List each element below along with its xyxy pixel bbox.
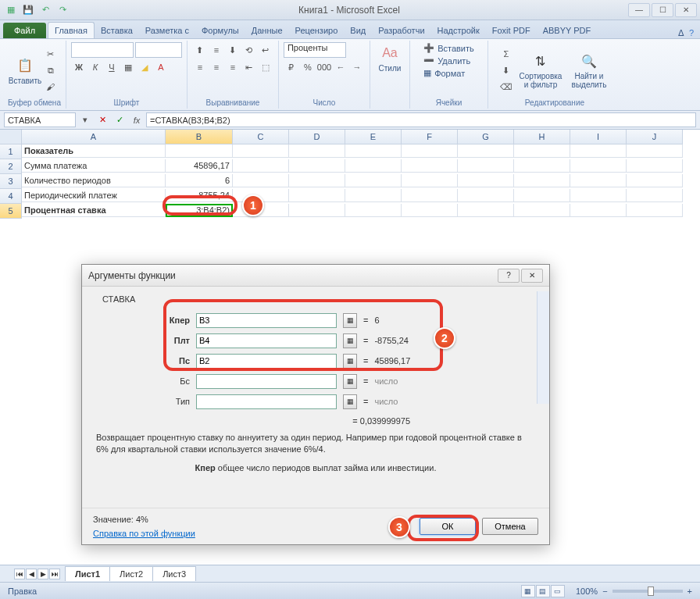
align-bot-icon[interactable]: ⬇ xyxy=(225,42,241,58)
cancel-formula-icon[interactable]: ✕ xyxy=(95,112,110,127)
styles-button[interactable]: Aa Стили xyxy=(375,42,405,74)
number-format-combo[interactable]: Проценты xyxy=(284,42,346,58)
arg-input-bs[interactable] xyxy=(196,374,337,389)
tab-home[interactable]: Главная xyxy=(48,22,95,38)
zoom-in-icon[interactable]: + xyxy=(688,587,692,596)
underline-icon[interactable]: Ч xyxy=(104,59,120,75)
tab-layout[interactable]: Разметка с xyxy=(139,23,195,38)
align-left-icon[interactable]: ≡ xyxy=(192,59,208,75)
cell-a5[interactable]: Процентная ставка xyxy=(22,204,166,217)
row-head-5[interactable]: 5 xyxy=(0,204,22,219)
col-head-j[interactable]: J xyxy=(627,130,683,144)
help-link[interactable]: Справка по этой функции xyxy=(93,529,195,538)
currency-icon[interactable]: ₽ xyxy=(284,59,299,75)
sheet-first-icon[interactable]: ⏮ xyxy=(14,569,25,579)
sort-button[interactable]: ⇅ Сортировка и фильтр xyxy=(517,50,564,91)
minimize-ribbon-icon[interactable]: ᐃ xyxy=(678,28,684,38)
comma-icon[interactable]: 000 xyxy=(316,59,332,75)
brush-icon[interactable]: 🖌 xyxy=(43,79,59,94)
arg-input-tip[interactable] xyxy=(196,394,337,409)
zoom-slider[interactable] xyxy=(612,590,683,593)
fill-icon[interactable]: ◢ xyxy=(137,59,152,75)
italic-icon[interactable]: К xyxy=(88,59,103,75)
file-tab[interactable]: Файл xyxy=(3,23,46,38)
fill-down-icon[interactable]: ⬇ xyxy=(498,62,514,78)
col-head-c[interactable]: C xyxy=(233,130,289,144)
bold-icon[interactable]: Ж xyxy=(71,59,87,75)
col-head-i[interactable]: I xyxy=(570,130,627,144)
range-picker-icon[interactable]: ▦ xyxy=(343,374,357,389)
accept-formula-icon[interactable]: ✓ xyxy=(112,112,127,127)
arg-input-plt[interactable] xyxy=(196,333,337,348)
arg-input-kper[interactable] xyxy=(196,313,337,328)
col-head-e[interactable]: E xyxy=(345,130,402,144)
cell-b1[interactable] xyxy=(166,144,233,158)
row-head-1[interactable]: 1 xyxy=(0,144,22,159)
find-button[interactable]: 🔍 Найти и выделить xyxy=(567,50,611,91)
align-top-icon[interactable]: ⬆ xyxy=(192,42,208,58)
save-icon[interactable]: 💾 xyxy=(20,2,36,18)
cell-a4[interactable]: Периодический платеж xyxy=(22,189,166,202)
border-icon[interactable]: ▦ xyxy=(120,59,136,75)
dialog-close-button[interactable]: ✕ xyxy=(521,269,543,283)
copy-icon[interactable]: ⧉ xyxy=(43,62,59,78)
view-break-icon[interactable]: ▭ xyxy=(551,585,565,597)
tab-abbyy[interactable]: ABBYY PDF xyxy=(537,23,598,38)
range-picker-icon[interactable]: ▦ xyxy=(343,394,357,409)
tab-addins[interactable]: Надстройк xyxy=(431,23,486,38)
merge-icon[interactable]: ⬚ xyxy=(258,59,273,75)
cell-b2[interactable]: 45896,17 xyxy=(166,159,233,173)
col-head-d[interactable]: D xyxy=(289,130,345,144)
format-cells-button[interactable]: ▦Формат xyxy=(420,67,468,79)
sheet-last-icon[interactable]: ⏭ xyxy=(49,569,60,579)
col-head-h[interactable]: H xyxy=(514,130,570,144)
align-mid-icon[interactable]: ≡ xyxy=(209,42,224,58)
dec-dec-icon[interactable]: → xyxy=(349,59,365,75)
cell-a3[interactable]: Количество периодов xyxy=(22,174,166,187)
col-head-f[interactable]: F xyxy=(402,130,458,144)
tab-insert[interactable]: Вставка xyxy=(95,23,139,38)
ok-button[interactable]: ОК xyxy=(420,518,476,535)
row-head-3[interactable]: 3 xyxy=(0,174,22,189)
tab-foxit[interactable]: Foxit PDF xyxy=(486,23,537,38)
name-box[interactable]: СТАВКА xyxy=(4,112,76,127)
wrap-icon[interactable]: ↩ xyxy=(258,42,273,58)
clear-icon[interactable]: ⌫ xyxy=(498,79,514,94)
font-name-combo[interactable] xyxy=(71,42,134,58)
align-right-icon[interactable]: ≡ xyxy=(225,59,241,75)
cut-icon[interactable]: ✂ xyxy=(43,46,59,62)
cancel-button[interactable]: Отмена xyxy=(482,518,538,535)
tab-data[interactable]: Данные xyxy=(245,23,289,38)
paste-button[interactable]: 📋 Вставить xyxy=(10,55,40,87)
range-picker-icon[interactable]: ▦ xyxy=(343,313,357,328)
sheet-tab-3[interactable]: Лист3 xyxy=(152,566,196,581)
col-head-a[interactable]: A xyxy=(22,130,166,144)
dialog-help-button[interactable]: ? xyxy=(498,269,520,283)
undo-icon[interactable]: ↶ xyxy=(38,2,53,18)
delete-cells-button[interactable]: ➖Удалить xyxy=(420,55,473,66)
dialog-title-bar[interactable]: Аргументы функции ? ✕ xyxy=(82,265,549,287)
orient-icon[interactable]: ⟲ xyxy=(241,42,257,58)
col-head-g[interactable]: G xyxy=(458,130,514,144)
dialog-scrollbar[interactable] xyxy=(537,291,549,404)
row-head-2[interactable]: 2 xyxy=(0,159,22,174)
tab-formulas[interactable]: Формулы xyxy=(195,23,245,38)
insert-cells-button[interactable]: ➕Вставить xyxy=(420,42,477,54)
percent-icon[interactable]: % xyxy=(300,59,316,75)
view-normal-icon[interactable]: ▦ xyxy=(521,585,535,597)
font-color-icon[interactable]: A xyxy=(153,59,169,75)
sheet-tab-2[interactable]: Лист2 xyxy=(109,566,153,581)
range-picker-icon[interactable]: ▦ xyxy=(343,354,357,369)
align-center-icon[interactable]: ≡ xyxy=(209,59,224,75)
formula-input[interactable]: =СТАВКА(B3;B4;B2) xyxy=(146,112,696,127)
font-size-combo[interactable] xyxy=(135,42,182,58)
help-icon[interactable]: ? xyxy=(689,28,694,38)
close-button[interactable]: ✕ xyxy=(675,3,697,17)
cell-b5[interactable]: 3;B4;B2) xyxy=(166,204,233,217)
name-dropdown-icon[interactable]: ▾ xyxy=(77,112,93,127)
cell-b4[interactable]: -8755,24 xyxy=(166,189,233,202)
zoom-out-icon[interactable]: − xyxy=(602,587,607,596)
cell-b3[interactable]: 6 xyxy=(166,174,233,187)
select-all-corner[interactable] xyxy=(0,130,22,144)
row-head-4[interactable]: 4 xyxy=(0,189,22,204)
